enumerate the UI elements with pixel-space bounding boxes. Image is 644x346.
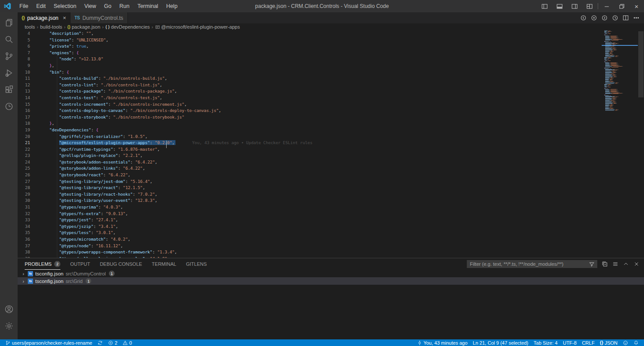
problems-filter-input[interactable]	[467, 261, 589, 267]
minimize-icon[interactable]	[599, 0, 614, 12]
filter-icon[interactable]	[589, 261, 597, 267]
code-line-18[interactable]: 18},	[18, 120, 603, 127]
panel-tab-problems[interactable]: PROBLEMS2	[25, 258, 60, 270]
run-and-debug-icon[interactable]	[0, 64, 18, 81]
code-line-29[interactable]: 29"@testing-library/react-hooks": "7.0.2…	[18, 191, 603, 198]
code-line-36[interactable]: 36"@types/micromatch": "4.0.2",	[18, 236, 603, 243]
menu-terminal[interactable]: Terminal	[134, 2, 162, 11]
code-line-13[interactable]: 13"controls-package": "./bin/controls-pa…	[18, 88, 603, 95]
code-line-14[interactable]: 14"controls-test": "./bin/controls-test.…	[18, 95, 603, 101]
status-commit[interactable]: You, 43 minutes ago	[414, 339, 470, 346]
code-line-38[interactable]: 38"@types/powerapps-component-framework"…	[18, 249, 603, 256]
customize-layout-icon[interactable]	[582, 0, 597, 12]
code-line-6[interactable]: 6"private": true,	[18, 43, 603, 50]
breadcrumb-item[interactable]: @microsoft/eslint-plugin-power-apps	[155, 24, 240, 30]
code-line-21[interactable]: 21"@microsoft/eslint-plugin-power-apps":…	[18, 140, 603, 146]
status-braces[interactable]: {}JSON	[597, 339, 620, 346]
restore-icon[interactable]	[614, 0, 629, 12]
menu-file[interactable]: File	[16, 2, 32, 11]
code-line-22[interactable]: 22"@pcf/runtime-typings": "1.6.876-maste…	[18, 146, 603, 153]
minimap[interactable]	[603, 30, 638, 258]
gitlens-icon[interactable]	[0, 98, 18, 115]
menu-selection[interactable]: Selection	[50, 2, 80, 11]
breadcrumb-item[interactable]: { }devDependencies	[105, 24, 150, 30]
status-utf-8[interactable]: UTF-8	[560, 339, 579, 346]
code-line-35[interactable]: 35"@types/less": "3.0.1",	[18, 230, 603, 236]
navigate-previous-change-icon[interactable]	[579, 14, 588, 22]
split-editor-icon[interactable]	[621, 14, 630, 22]
code-line-12[interactable]: 12"controls-lint": "./bin/controls-lint.…	[18, 82, 603, 89]
status-git-branch[interactable]: users/jeparson/checker-rules-rename	[3, 339, 95, 346]
close-icon[interactable]: ×	[629, 0, 644, 12]
code-line-33[interactable]: 33"@types/jest": "27.4.1",	[18, 217, 603, 223]
menu-help[interactable]: Help	[163, 2, 181, 11]
code-line-11[interactable]: 11"controls-build": "./bin/controls-buil…	[18, 75, 603, 82]
open-changes-icon[interactable]	[589, 14, 598, 22]
code-line-9[interactable]: 9},	[18, 63, 603, 69]
panel-tab-terminal[interactable]: TERMINAL	[152, 258, 176, 270]
menu-edit[interactable]: Edit	[33, 2, 49, 11]
maximize-panel-icon[interactable]	[622, 260, 630, 268]
status-crlf[interactable]: CRLF	[579, 339, 597, 346]
accounts-icon[interactable]	[0, 301, 18, 317]
editor-scrollbar[interactable]	[638, 30, 644, 258]
toggle-primary-sidebar-icon[interactable]	[537, 0, 552, 12]
code-line-28[interactable]: 28"@testing-library/react": "12.1.5",	[18, 185, 603, 191]
more-actions-icon[interactable]	[632, 14, 640, 22]
breadcrumb-item[interactable]: tools	[25, 24, 35, 30]
close-tab-icon[interactable]: ×	[63, 15, 67, 21]
code-line-31[interactable]: 31"@types/esprima": "4.0.3",	[18, 204, 603, 211]
tab-dummycontrol-ts[interactable]: TSDummyControl.ts	[71, 12, 127, 23]
navigate-next-change-icon[interactable]	[600, 14, 609, 22]
menu-go[interactable]: Go	[101, 2, 115, 11]
problem-row[interactable]: ›tstsconfig.jsonsrc\Grid1	[18, 277, 644, 285]
close-panel-icon[interactable]	[633, 260, 640, 268]
status-sync[interactable]	[95, 339, 105, 346]
panel-tab-output[interactable]: OUTPUT	[70, 258, 90, 270]
status-ln-21-col-9-47-selected-[interactable]: Ln 21, Col 9 (47 selected)	[470, 339, 531, 346]
problem-row[interactable]: ›tstsconfig.jsonsrc\DummyControl1	[18, 270, 644, 277]
status-warning[interactable]: 0	[120, 339, 134, 346]
view-menu-icon[interactable]	[611, 260, 619, 268]
chevron-right-icon[interactable]: ›	[21, 279, 26, 284]
code-line-23[interactable]: 23"@rollup/plugin-replace": "2.2.1",	[18, 153, 603, 159]
toggle-panel-icon[interactable]	[552, 0, 567, 12]
code-line-37[interactable]: 37"@types/node": "16.11.12",	[18, 243, 603, 249]
code-line-30[interactable]: 30"@testing-library/user-event": "12.8.3…	[18, 197, 603, 204]
code-line-24[interactable]: 24"@storybook/addon-essentials": "6.4.22…	[18, 159, 603, 166]
status-tab-size-4[interactable]: Tab Size: 4	[531, 339, 560, 346]
status-feedback[interactable]	[620, 339, 631, 346]
tab-package-json[interactable]: {}package.json×	[18, 12, 71, 23]
settings-icon[interactable]	[0, 317, 18, 334]
code-line-25[interactable]: 25"@storybook/addon-links": "6.4.22",	[18, 165, 603, 172]
status-bell[interactable]	[631, 339, 641, 346]
search-icon[interactable]	[0, 31, 18, 48]
breadcrumb-item[interactable]: {}package.json	[67, 24, 101, 30]
code-line-20[interactable]: 20"@griffel/jest-serializer": "1.0.5",	[18, 134, 603, 140]
extensions-icon[interactable]	[0, 81, 18, 98]
code-line-17[interactable]: 17"controls-storybook": "./bin/controls-…	[18, 114, 603, 121]
chevron-right-icon[interactable]: ›	[21, 271, 26, 276]
scrollbar-thumb[interactable]	[638, 31, 644, 97]
panel-tab-debug-console[interactable]: DEBUG CONSOLE	[100, 258, 142, 270]
code-line-27[interactable]: 27"@testing-library/jest-dom": "5.16.4",	[18, 179, 603, 185]
code-editor[interactable]: 4"description": "",5"license": "UNLICENS…	[18, 30, 644, 258]
toggle-secondary-sidebar-icon[interactable]	[567, 0, 582, 12]
code-line-7[interactable]: 7"engines": {	[18, 50, 603, 56]
status-error[interactable]: 2	[105, 339, 120, 346]
code-line-5[interactable]: 5"license": "UNLICENSED",	[18, 37, 603, 44]
source-control-icon[interactable]	[0, 48, 18, 64]
menu-view[interactable]: View	[81, 2, 100, 11]
menu-run[interactable]: Run	[116, 2, 133, 11]
code-line-39[interactable]: 39"@types/rollup-plugin-node-resolve": "…	[18, 256, 603, 258]
code-line-16[interactable]: 16"controls-deploy-to-canvas": "./bin/co…	[18, 108, 603, 114]
code-line-19[interactable]: 19"devDependencies": {	[18, 127, 603, 134]
explorer-icon[interactable]	[0, 14, 18, 31]
code-line-10[interactable]: 10"bin": {	[18, 69, 603, 76]
collapse-all-icon[interactable]	[601, 260, 609, 268]
breadcrumb-item[interactable]: build-tools	[40, 24, 62, 30]
file-history-icon[interactable]	[610, 14, 619, 22]
code-line-32[interactable]: 32"@types/fs-extra": "9.0.13",	[18, 211, 603, 217]
code-line-26[interactable]: 26"@storybook/react": "6.4.22",	[18, 172, 603, 179]
code-line-4[interactable]: 4"description": "",	[18, 30, 603, 37]
